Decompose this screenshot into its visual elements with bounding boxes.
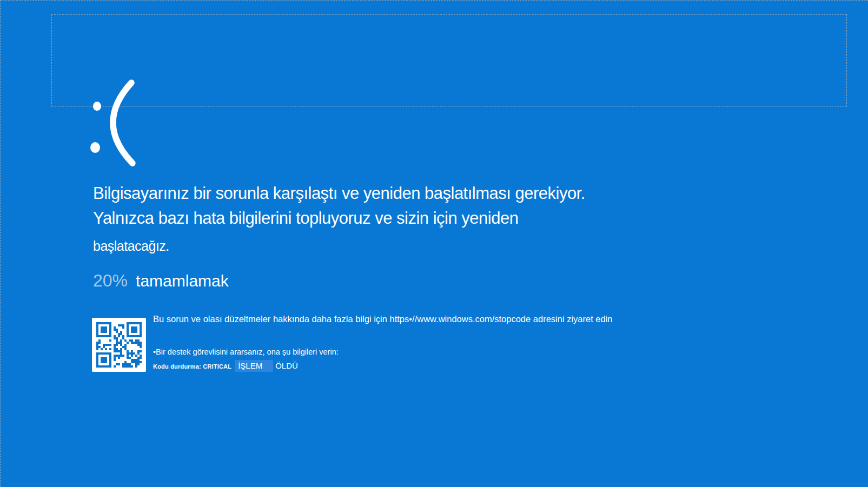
bsod-screen: Bilgisayarınız bir sorunla karşılaştı ve… bbox=[0, 0, 868, 487]
headline-line-2: Yalnızca bazı hata bilgilerini topluyoru… bbox=[93, 209, 518, 228]
stopcode-word-islem: İŞLEM bbox=[235, 360, 273, 372]
progress-percent: 20% bbox=[93, 271, 128, 291]
stopcode-word-oldu: ÖLDÜ bbox=[275, 361, 298, 370]
placeholder-selection-box[interactable] bbox=[51, 14, 847, 106]
stopcode-row: Kodu durdurma: CRITICAL İŞLEM ÖLDÜ bbox=[153, 360, 298, 372]
stopcode-label: Kodu durdurma: CRITICAL bbox=[153, 363, 231, 370]
support-info-text: •Bir destek görevlisini ararsanız, ona ş… bbox=[153, 348, 339, 356]
qr-code bbox=[92, 318, 146, 372]
progress-label: tamamlamak bbox=[136, 272, 229, 290]
more-info-text: Bu sorun ve olası düzeltmeler hakkında d… bbox=[153, 314, 613, 324]
progress-row: 20% tamamlamak bbox=[93, 271, 229, 291]
sad-face-icon bbox=[87, 76, 151, 173]
headline-line-3: başlatacağız. bbox=[93, 238, 169, 254]
headline-line-1: Bilgisayarınız bir sorunla karşılaştı ve… bbox=[93, 184, 585, 203]
qr-canvas bbox=[96, 322, 142, 368]
